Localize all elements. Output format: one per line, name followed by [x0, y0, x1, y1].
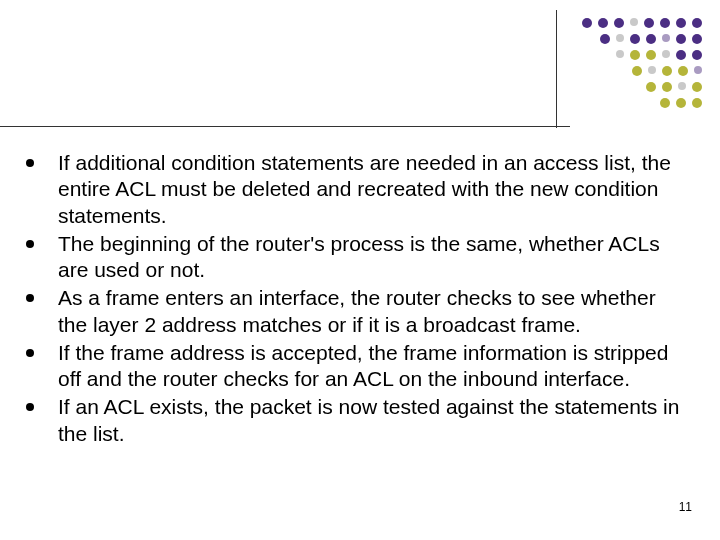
decoration-dot: [694, 66, 702, 74]
decoration-dot: [676, 98, 686, 108]
decoration-dot: [644, 18, 654, 28]
decoration-dot: [660, 18, 670, 28]
decoration-dot: [676, 34, 686, 44]
decoration-dot: [648, 66, 656, 74]
bullet-text: As a frame enters an interface, the rout…: [58, 285, 680, 338]
decoration-dot: [646, 50, 656, 60]
bullet-item: The beginning of the router's process is…: [20, 231, 680, 284]
decoration-dot: [662, 34, 670, 42]
decoration-dot: [630, 18, 638, 26]
decoration-dot-grid: [557, 18, 702, 128]
bullet-item: If additional condition statements are n…: [20, 150, 680, 229]
decoration-dot: [662, 50, 670, 58]
page-number: 11: [679, 500, 692, 514]
decoration-horizontal-line: [0, 126, 570, 127]
decoration-dot: [678, 66, 688, 76]
decoration-dot: [678, 82, 686, 90]
slide-content: If additional condition statements are n…: [20, 150, 680, 449]
bullet-text: If additional condition statements are n…: [58, 150, 680, 229]
bullet-text: If the frame address is accepted, the fr…: [58, 340, 680, 393]
decoration-dot: [662, 66, 672, 76]
decoration-dot: [598, 18, 608, 28]
decoration-dot: [676, 18, 686, 28]
decoration-dot: [676, 50, 686, 60]
decoration-dot: [614, 18, 624, 28]
decoration-dot: [632, 66, 642, 76]
decoration-dot: [660, 98, 670, 108]
decoration-dot: [662, 82, 672, 92]
decoration-dot: [692, 82, 702, 92]
bullet-marker-icon: [26, 159, 34, 167]
bullet-item: If an ACL exists, the packet is now test…: [20, 394, 680, 447]
decoration-dot: [692, 98, 702, 108]
decoration-dot: [582, 18, 592, 28]
decoration-dot: [616, 50, 624, 58]
bullet-item: As a frame enters an interface, the rout…: [20, 285, 680, 338]
decoration-dot: [692, 34, 702, 44]
decoration-dot: [692, 18, 702, 28]
bullet-text: The beginning of the router's process is…: [58, 231, 680, 284]
bullet-text: If an ACL exists, the packet is now test…: [58, 394, 680, 447]
decoration-dot: [616, 34, 624, 42]
decoration-dot: [646, 34, 656, 44]
bullet-marker-icon: [26, 349, 34, 357]
decoration-dot: [692, 50, 702, 60]
bullet-item: If the frame address is accepted, the fr…: [20, 340, 680, 393]
bullet-marker-icon: [26, 403, 34, 411]
decoration-dot: [646, 82, 656, 92]
decoration-dot: [630, 34, 640, 44]
decoration-dot: [630, 50, 640, 60]
bullet-marker-icon: [26, 294, 34, 302]
bullet-marker-icon: [26, 240, 34, 248]
decoration-dot: [600, 34, 610, 44]
